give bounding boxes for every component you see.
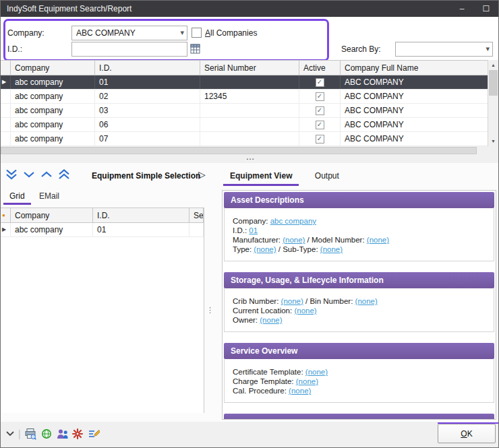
print-preview-icon[interactable] [24,427,37,441]
active-checkbox[interactable]: ✓ [316,92,324,101]
selection-grid: ● Company I.D. Se ▶ abc company 01 [1,207,204,413]
search-by-combobox[interactable]: ▾ [395,42,493,57]
table-row[interactable]: ▶ abc company 01 [1,223,204,237]
scrollbar-thumb[interactable] [1,147,477,154]
active-checkbox[interactable]: ✓ [316,135,324,143]
column-header-active[interactable]: Active [299,61,341,75]
active-checkbox[interactable]: ✓ [316,78,324,87]
cell-company: abc company [11,75,95,89]
column-header-serial[interactable]: Se [189,208,204,222]
detail-line: Crib Number: (none) / Bin Number: (none) [233,296,488,306]
detail-tabs: Equipment View Output [223,167,353,186]
id-input[interactable] [71,42,187,57]
chevron-down-icon [5,430,15,437]
section-service-overview: Service Overview Certificate Template: (… [224,343,494,403]
cell-active: ✓ [299,75,341,89]
id-link[interactable]: 01 [249,226,258,234]
detail-line: Company: abc company [233,216,488,226]
table-row[interactable]: abc company 07 ✓ ABC COMPANY [1,132,489,146]
tab-email[interactable]: EMail [33,189,65,205]
scroll-down-icon[interactable]: ▼ [488,136,498,146]
id-label: I.D.: [7,44,22,54]
table-row[interactable]: abc company 06 ✓ ABC COMPANY [1,118,489,132]
manufacturer-link[interactable]: (none) [283,236,305,244]
run-selection-icon[interactable]: ▷ [198,169,206,180]
active-checkbox[interactable]: ✓ [316,121,324,129]
crib-number-link[interactable]: (none) [281,297,303,305]
section-title: Storage, Usage, & Lifecycle Information [224,272,494,288]
maximize-button[interactable]: ☐ [474,1,498,17]
edit-list-icon[interactable] [87,427,100,441]
cell-company: abc company [11,132,95,146]
move-up-button[interactable] [38,167,55,182]
section-storage-usage: Storage, Usage, & Lifecycle Information … [224,272,494,332]
cell-active: ✓ [299,118,341,131]
table-row[interactable]: abc company 02 12345 ✓ ABC COMPANY [1,90,489,104]
selector-column-header [1,61,11,75]
company-link[interactable]: abc company [270,217,316,225]
equipment-search-dialog: IndySoft Equipment Search/Report – ☐ Com… [0,0,499,448]
column-header-company[interactable]: Company [11,61,95,75]
column-header-id[interactable]: I.D. [93,208,189,222]
scroll-up-icon[interactable]: ▲ [488,60,498,70]
tab-equipment-view[interactable]: Equipment View [223,167,299,186]
table-row[interactable]: ▶ abc company 01 ✓ ABC COMPANY [1,75,489,90]
horizontal-splitter-handle[interactable]: … [1,155,499,163]
minimize-button[interactable]: – [450,1,474,17]
company-combobox[interactable]: ABC COMPANY ▾ [71,26,187,40]
certificate-template-link[interactable]: (none) [305,368,328,376]
tab-grid[interactable]: Grid [3,189,31,205]
charge-template-link[interactable]: (none) [296,377,318,385]
double-chevron-down-icon [5,169,18,180]
collapse-panel-button[interactable] [5,430,16,438]
cell-company: abc company [11,90,95,103]
column-header-id[interactable]: I.D. [95,61,200,75]
table-row[interactable]: abc company 03 ✓ ABC COMPANY [1,104,489,118]
move-down-button[interactable] [21,167,37,182]
row-selector-cell [1,104,11,117]
detail-line: Charge Template: (none) [233,377,488,386]
section-header-partial [224,414,494,420]
bin-number-link[interactable]: (none) [355,297,378,305]
cell-active: ✓ [299,132,341,146]
column-header-serial[interactable]: Serial Number [200,61,299,75]
column-header-full-name[interactable]: Company Full Name [341,61,499,75]
users-icon[interactable] [56,427,69,441]
detail-line: Current Location: (none) [233,306,488,315]
cell-id: 01 [95,75,200,89]
chevron-down-icon[interactable]: ▾ [486,44,490,53]
scrollbar-thumb[interactable] [489,70,498,96]
owner-link[interactable]: (none) [260,316,282,324]
cell-serial [200,104,299,117]
all-companies-checkbox[interactable] [192,28,202,38]
current-location-link[interactable]: (none) [294,307,316,315]
type-link[interactable]: (none) [254,245,276,253]
id-lookup-icon[interactable] [189,43,202,55]
equipment-view-panel: Asset Descriptions Company: abc company … [222,190,496,420]
tab-output[interactable]: Output [308,167,346,186]
selection-tabs: Grid EMail [3,189,65,205]
titlebar[interactable]: IndySoft Equipment Search/Report – ☐ [1,1,498,17]
selection-grid-header: ● Company I.D. Se [1,208,204,223]
cell-serial [189,223,204,236]
subtype-link[interactable]: (none) [320,245,343,253]
row-selector-cell [1,132,11,146]
column-header-company[interactable]: Company [11,208,93,222]
ok-button[interactable]: OK [438,424,496,443]
move-top-button[interactable] [56,167,72,182]
section-asset-descriptions: Asset Descriptions Company: abc company … [224,192,494,261]
move-bottom-button[interactable] [3,167,20,182]
chevron-down-icon[interactable]: ▾ [180,28,184,37]
vertical-scrollbar[interactable]: ▲ ▼ [488,60,498,146]
cal-procedure-link[interactable]: (none) [289,387,311,395]
selection-panel-title: Equipment Simple Selection [92,171,200,181]
vertical-splitter-handle[interactable]: ⋮ [205,207,215,413]
model-number-link[interactable]: (none) [367,236,389,244]
active-checkbox[interactable]: ✓ [316,106,324,115]
cell-id: 02 [95,90,200,103]
asterisk-red-icon[interactable] [71,427,84,441]
search-by-label: Search By: [341,44,381,54]
globe-icon[interactable] [40,427,53,441]
row-selector-cell: ▶ [1,223,11,236]
cell-serial [200,75,299,89]
